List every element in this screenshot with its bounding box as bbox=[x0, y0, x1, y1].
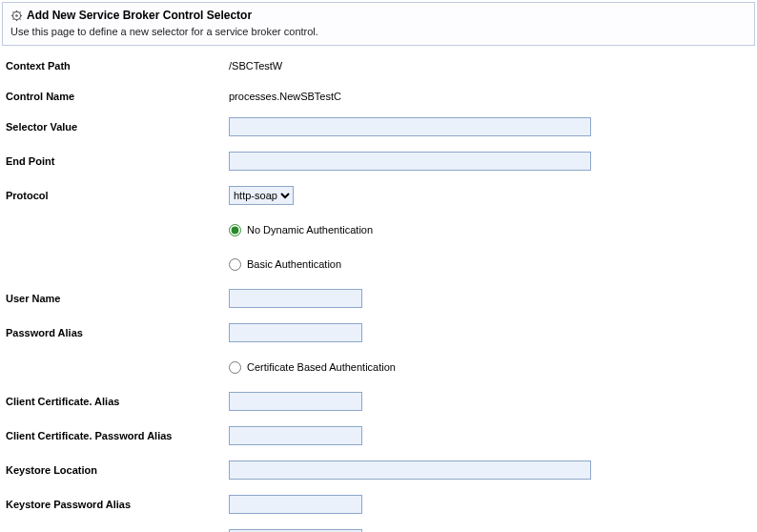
keystore-pw-alias-input[interactable] bbox=[229, 495, 362, 514]
client-cert-pw-alias-label: Client Certificate. Password Alias bbox=[6, 430, 229, 441]
client-cert-alias-input[interactable] bbox=[229, 392, 362, 411]
auth-no-dynamic-label: No Dynamic Authentication bbox=[247, 224, 373, 235]
svg-point-1 bbox=[15, 14, 18, 17]
page-title: Add New Service Broker Control Selector bbox=[10, 9, 747, 22]
auth-basic-radio[interactable] bbox=[229, 258, 241, 271]
gear-icon bbox=[10, 10, 23, 22]
client-cert-alias-label: Client Certificate. Alias bbox=[6, 396, 229, 407]
client-cert-pw-alias-input[interactable] bbox=[229, 426, 362, 445]
control-name-label: Control Name bbox=[6, 91, 229, 102]
svg-line-8 bbox=[12, 18, 13, 19]
auth-cert-label: Certificate Based Authentication bbox=[247, 361, 396, 373]
page-title-text: Add New Service Broker Control Selector bbox=[27, 9, 252, 22]
selector-value-input[interactable] bbox=[229, 117, 591, 136]
password-alias-input[interactable] bbox=[229, 323, 362, 342]
end-point-input[interactable] bbox=[229, 152, 591, 171]
svg-line-9 bbox=[19, 11, 20, 12]
user-name-input[interactable] bbox=[229, 289, 362, 308]
control-name-value: processes.NewSBTestC bbox=[229, 91, 341, 102]
svg-line-6 bbox=[12, 11, 13, 12]
end-point-label: End Point bbox=[6, 155, 229, 167]
keystore-location-input[interactable] bbox=[229, 460, 591, 480]
svg-line-7 bbox=[19, 18, 20, 19]
protocol-label: Protocol bbox=[6, 190, 229, 201]
page-description: Use this page to define a new selector f… bbox=[10, 26, 747, 37]
password-alias-label: Password Alias bbox=[6, 327, 229, 338]
keystore-location-label: Keystore Location bbox=[6, 464, 229, 476]
form: Context Path /SBCTestW Control Name proc… bbox=[2, 55, 755, 532]
context-path-label: Context Path bbox=[6, 60, 229, 72]
auth-basic-label: Basic Authentication bbox=[247, 258, 341, 270]
protocol-select[interactable]: http-soap bbox=[229, 186, 294, 205]
header-panel: Add New Service Broker Control Selector … bbox=[2, 2, 755, 46]
auth-no-dynamic-radio[interactable] bbox=[229, 224, 241, 236]
keystore-pw-alias-label: Keystore Password Alias bbox=[6, 499, 229, 510]
context-path-value: /SBCTestW bbox=[229, 60, 282, 72]
auth-cert-radio[interactable] bbox=[229, 361, 241, 374]
user-name-label: User Name bbox=[6, 293, 229, 304]
selector-value-label: Selector Value bbox=[6, 121, 229, 133]
